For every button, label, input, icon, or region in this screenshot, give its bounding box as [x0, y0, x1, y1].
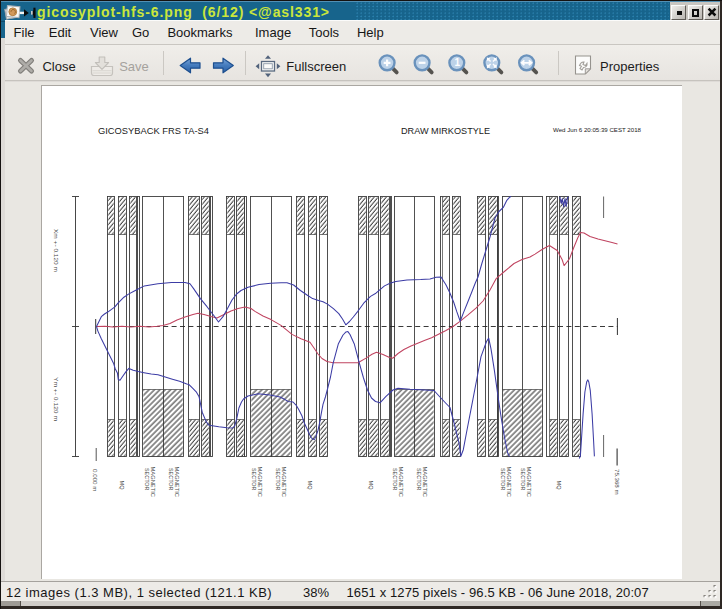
svg-text:SECTOR: SECTOR — [391, 468, 397, 491]
svg-text:Wed Jun 6 20:05:39 CEST 2018: Wed Jun 6 20:05:39 CEST 2018 — [553, 126, 642, 133]
svg-text:SECTOR: SECTOR — [520, 468, 526, 491]
svg-text:75.368 m: 75.368 m — [614, 469, 620, 495]
svg-text:1: 1 — [454, 57, 460, 68]
svg-text:SECTOR: SECTOR — [144, 468, 150, 491]
svg-text:SECTOR: SECTOR — [168, 468, 174, 491]
svg-text:Ym +- 0.120 m: Ym +- 0.120 m — [53, 377, 59, 421]
svg-text:SECTOR: SECTOR — [275, 468, 281, 491]
svg-text:MQ: MQ — [307, 481, 313, 491]
svg-text:SECTOR: SECTOR — [251, 468, 257, 491]
svg-text:MQ: MQ — [555, 481, 561, 491]
svg-text:MQ: MQ — [367, 481, 373, 491]
svg-text:MQ: MQ — [118, 481, 124, 491]
svg-text:GICOSYBACK FRS TA-S4: GICOSYBACK FRS TA-S4 — [98, 125, 210, 136]
svg-text:Xm +- 0.120 m: Xm +- 0.120 m — [53, 229, 59, 272]
svg-text:DRAW MIRKOSTYLE: DRAW MIRKOSTYLE — [401, 125, 490, 136]
svg-text:SECTOR: SECTOR — [500, 468, 506, 491]
svg-text:SECTOR: SECTOR — [415, 468, 421, 491]
svg-text:0.000 m: 0.000 m — [91, 469, 97, 492]
